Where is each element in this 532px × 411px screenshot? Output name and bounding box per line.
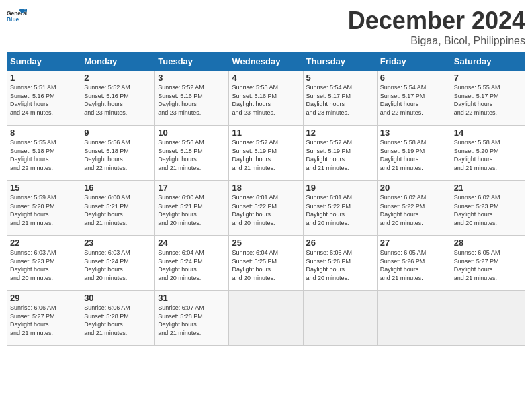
- calendar-cell: 18Sunrise: 6:01 AMSunset: 5:22 PMDayligh…: [229, 181, 303, 236]
- col-monday: Monday: [81, 53, 155, 71]
- calendar-row: 1Sunrise: 5:51 AMSunset: 5:16 PMDaylight…: [7, 71, 525, 126]
- col-wednesday: Wednesday: [229, 53, 303, 71]
- calendar-row: 29Sunrise: 6:06 AMSunset: 5:27 PMDayligh…: [7, 291, 525, 346]
- col-sunday: Sunday: [7, 53, 81, 71]
- day-info: Sunrise: 5:54 AMSunset: 5:17 PMDaylight …: [306, 83, 374, 117]
- calendar-cell: 16Sunrise: 6:00 AMSunset: 5:21 PMDayligh…: [81, 181, 155, 236]
- day-info: Sunrise: 6:04 AMSunset: 5:24 PMDaylight …: [158, 248, 226, 282]
- calendar-cell: 7Sunrise: 5:55 AMSunset: 5:17 PMDaylight…: [451, 71, 525, 126]
- calendar-cell: 27Sunrise: 6:05 AMSunset: 5:26 PMDayligh…: [377, 236, 451, 291]
- day-info: Sunrise: 6:06 AMSunset: 5:27 PMDaylight …: [10, 304, 78, 337]
- day-info: Sunrise: 6:06 AMSunset: 5:28 PMDaylight …: [84, 304, 152, 337]
- day-number: 1: [10, 73, 78, 83]
- day-number: 21: [454, 183, 522, 193]
- calendar-cell: 10Sunrise: 5:56 AMSunset: 5:18 PMDayligh…: [155, 126, 229, 181]
- calendar-row: 22Sunrise: 6:03 AMSunset: 5:23 PMDayligh…: [7, 236, 525, 291]
- day-number: 28: [454, 238, 522, 248]
- day-number: 30: [84, 293, 152, 303]
- col-saturday: Saturday: [451, 53, 525, 71]
- calendar-cell: 1Sunrise: 5:51 AMSunset: 5:16 PMDaylight…: [7, 71, 81, 126]
- calendar-cell: 11Sunrise: 5:57 AMSunset: 5:19 PMDayligh…: [229, 126, 303, 181]
- day-number: 3: [158, 73, 226, 83]
- day-number: 26: [306, 238, 374, 248]
- calendar-cell: 23Sunrise: 6:03 AMSunset: 5:24 PMDayligh…: [81, 236, 155, 291]
- day-number: 25: [232, 238, 300, 248]
- calendar-cell: 2Sunrise: 5:52 AMSunset: 5:16 PMDaylight…: [81, 71, 155, 126]
- day-info: Sunrise: 5:55 AMSunset: 5:17 PMDaylight …: [454, 83, 522, 117]
- calendar-cell: 24Sunrise: 6:04 AMSunset: 5:24 PMDayligh…: [155, 236, 229, 291]
- title-area: December 2024 Bigaa, Bicol, Philippines: [348, 7, 525, 47]
- day-info: Sunrise: 5:59 AMSunset: 5:20 PMDaylight …: [10, 193, 78, 227]
- day-info: Sunrise: 6:02 AMSunset: 5:23 PMDaylight …: [454, 193, 522, 227]
- day-number: 13: [380, 128, 448, 138]
- day-number: 5: [306, 73, 374, 83]
- calendar-cell: 15Sunrise: 5:59 AMSunset: 5:20 PMDayligh…: [7, 181, 81, 236]
- day-info: Sunrise: 6:04 AMSunset: 5:25 PMDaylight …: [232, 248, 300, 282]
- day-info: Sunrise: 5:54 AMSunset: 5:17 PMDaylight …: [380, 83, 448, 117]
- day-info: Sunrise: 6:00 AMSunset: 5:21 PMDaylight …: [84, 193, 152, 227]
- calendar-cell: 30Sunrise: 6:06 AMSunset: 5:28 PMDayligh…: [81, 291, 155, 346]
- col-tuesday: Tuesday: [155, 53, 229, 71]
- calendar-cell: 20Sunrise: 6:02 AMSunset: 5:22 PMDayligh…: [377, 181, 451, 236]
- day-number: 2: [84, 73, 152, 83]
- day-number: 20: [380, 183, 448, 193]
- day-info: Sunrise: 5:51 AMSunset: 5:16 PMDaylight …: [10, 83, 78, 117]
- day-number: 31: [158, 293, 226, 303]
- svg-text:Blue: Blue: [7, 16, 19, 23]
- calendar-cell: 17Sunrise: 6:00 AMSunset: 5:21 PMDayligh…: [155, 181, 229, 236]
- calendar-cell: 21Sunrise: 6:02 AMSunset: 5:23 PMDayligh…: [451, 181, 525, 236]
- day-info: Sunrise: 5:53 AMSunset: 5:16 PMDaylight …: [232, 83, 300, 117]
- calendar-cell: 4Sunrise: 5:53 AMSunset: 5:16 PMDaylight…: [229, 71, 303, 126]
- day-number: 23: [84, 238, 152, 248]
- day-number: 9: [84, 128, 152, 138]
- day-number: 14: [454, 128, 522, 138]
- day-number: 19: [306, 183, 374, 193]
- day-info: Sunrise: 5:52 AMSunset: 5:16 PMDaylight …: [158, 83, 226, 117]
- calendar-cell: 31Sunrise: 6:07 AMSunset: 5:28 PMDayligh…: [155, 291, 229, 346]
- day-info: Sunrise: 5:52 AMSunset: 5:16 PMDaylight …: [84, 83, 152, 117]
- calendar-row: 15Sunrise: 5:59 AMSunset: 5:20 PMDayligh…: [7, 181, 525, 236]
- day-info: Sunrise: 6:05 AMSunset: 5:26 PMDaylight …: [380, 248, 448, 282]
- day-info: Sunrise: 5:55 AMSunset: 5:18 PMDaylight …: [10, 138, 78, 172]
- calendar-cell: [451, 291, 525, 346]
- calendar-cell: [229, 291, 303, 346]
- day-info: Sunrise: 6:05 AMSunset: 5:27 PMDaylight …: [454, 248, 522, 282]
- day-number: 24: [158, 238, 226, 248]
- day-number: 4: [232, 73, 300, 83]
- day-number: 10: [158, 128, 226, 138]
- day-number: 18: [232, 183, 300, 193]
- calendar-table: Sunday Monday Tuesday Wednesday Thursday…: [7, 52, 525, 346]
- day-number: 15: [10, 183, 78, 193]
- col-thursday: Thursday: [303, 53, 377, 71]
- day-number: 6: [380, 73, 448, 83]
- calendar-cell: 26Sunrise: 6:05 AMSunset: 5:26 PMDayligh…: [303, 236, 377, 291]
- day-info: Sunrise: 6:07 AMSunset: 5:28 PMDaylight …: [158, 304, 226, 337]
- day-info: Sunrise: 6:03 AMSunset: 5:24 PMDaylight …: [84, 248, 152, 282]
- day-number: 12: [306, 128, 374, 138]
- day-info: Sunrise: 6:03 AMSunset: 5:23 PMDaylight …: [10, 248, 78, 282]
- day-info: Sunrise: 6:01 AMSunset: 5:22 PMDaylight …: [232, 193, 300, 227]
- day-info: Sunrise: 6:05 AMSunset: 5:26 PMDaylight …: [306, 248, 374, 282]
- logo-icon: General Blue: [7, 7, 27, 26]
- calendar-cell: [377, 291, 451, 346]
- day-info: Sunrise: 5:57 AMSunset: 5:19 PMDaylight …: [306, 138, 374, 172]
- header-row: Sunday Monday Tuesday Wednesday Thursday…: [7, 53, 525, 71]
- calendar-cell: 12Sunrise: 5:57 AMSunset: 5:19 PMDayligh…: [303, 126, 377, 181]
- day-number: 11: [232, 128, 300, 138]
- calendar-cell: 3Sunrise: 5:52 AMSunset: 5:16 PMDaylight…: [155, 71, 229, 126]
- col-friday: Friday: [377, 53, 451, 71]
- calendar-cell: 25Sunrise: 6:04 AMSunset: 5:25 PMDayligh…: [229, 236, 303, 291]
- day-info: Sunrise: 6:00 AMSunset: 5:21 PMDaylight …: [158, 193, 226, 227]
- day-number: 8: [10, 128, 78, 138]
- calendar-cell: 19Sunrise: 6:01 AMSunset: 5:22 PMDayligh…: [303, 181, 377, 236]
- day-number: 29: [10, 293, 78, 303]
- calendar-cell: 6Sunrise: 5:54 AMSunset: 5:17 PMDaylight…: [377, 71, 451, 126]
- day-info: Sunrise: 5:57 AMSunset: 5:19 PMDaylight …: [232, 138, 300, 172]
- calendar-cell: 14Sunrise: 5:58 AMSunset: 5:20 PMDayligh…: [451, 126, 525, 181]
- calendar-cell: 13Sunrise: 5:58 AMSunset: 5:19 PMDayligh…: [377, 126, 451, 181]
- day-number: 7: [454, 73, 522, 83]
- calendar-cell: 22Sunrise: 6:03 AMSunset: 5:23 PMDayligh…: [7, 236, 81, 291]
- calendar-cell: 9Sunrise: 5:56 AMSunset: 5:18 PMDaylight…: [81, 126, 155, 181]
- day-info: Sunrise: 5:58 AMSunset: 5:20 PMDaylight …: [454, 138, 522, 172]
- day-number: 17: [158, 183, 226, 193]
